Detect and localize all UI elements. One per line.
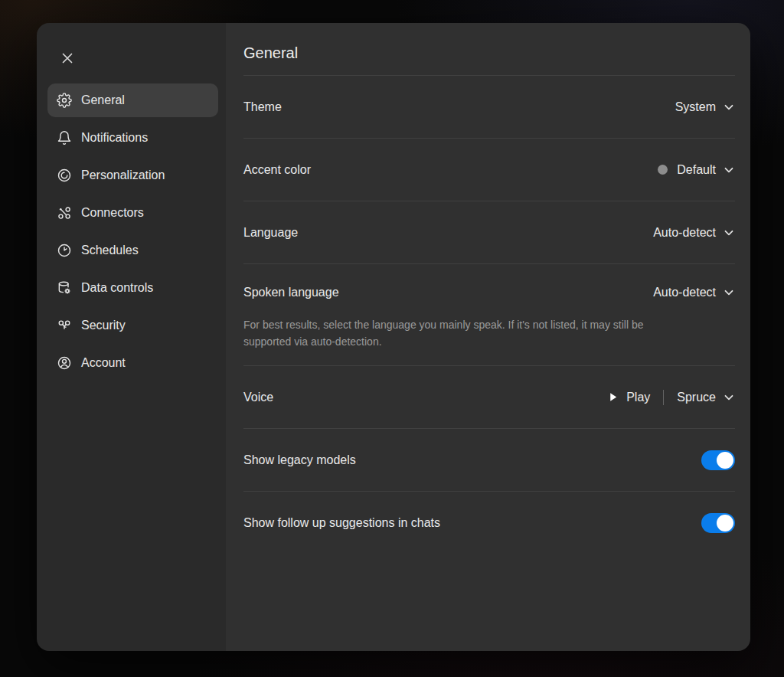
sidebar-nav: General Notifications Personalization Co… xyxy=(47,83,218,380)
close-button[interactable] xyxy=(54,44,81,72)
settings-sidebar: General Notifications Personalization Co… xyxy=(37,23,226,651)
legacy-models-row: Show legacy models xyxy=(243,429,735,492)
sidebar-item-label: Notifications xyxy=(81,131,148,145)
sidebar-item-schedules[interactable]: Schedules xyxy=(47,234,218,267)
vertical-divider xyxy=(663,390,664,405)
gear-icon xyxy=(57,93,72,108)
language-select[interactable]: Auto-detect xyxy=(653,226,735,240)
spoken-language-value: Auto-detect xyxy=(653,286,716,299)
follow-up-suggestions-row: Show follow up suggestions in chats xyxy=(243,492,735,554)
legacy-models-label: Show legacy models xyxy=(243,453,356,467)
sidebar-item-label: Schedules xyxy=(81,244,139,257)
toggle-knob xyxy=(717,452,733,469)
accent-color-value: Default xyxy=(677,163,716,177)
play-label: Play xyxy=(626,391,650,404)
sidebar-item-personalization[interactable]: Personalization xyxy=(47,159,218,192)
close-icon xyxy=(60,51,75,66)
legacy-models-toggle[interactable] xyxy=(701,450,735,470)
sidebar-item-notifications[interactable]: Notifications xyxy=(47,121,218,155)
accent-color-swatch xyxy=(658,165,668,175)
voice-select[interactable]: Spruce xyxy=(677,391,735,404)
sidebar-item-label: Security xyxy=(81,319,126,332)
follow-up-suggestions-toggle[interactable] xyxy=(701,513,735,533)
voice-value: Spruce xyxy=(677,391,716,404)
sidebar-item-connectors[interactable]: Connectors xyxy=(47,196,218,230)
chevron-down-icon xyxy=(723,164,735,176)
chevron-down-icon xyxy=(723,286,735,299)
chevron-down-icon xyxy=(723,101,735,113)
language-row: Language Auto-detect xyxy=(243,201,735,264)
dial-icon xyxy=(57,168,72,183)
theme-select[interactable]: System xyxy=(675,100,735,114)
accent-color-row: Accent color Default xyxy=(243,139,735,201)
sidebar-item-general[interactable]: General xyxy=(47,83,218,117)
sidebar-item-data-controls[interactable]: Data controls xyxy=(47,271,218,305)
voice-control: Play Spruce xyxy=(607,390,735,405)
sidebar-item-label: Account xyxy=(81,356,126,370)
language-label: Language xyxy=(243,226,298,240)
page-title: General xyxy=(243,42,735,64)
chevron-down-icon xyxy=(723,227,735,239)
settings-dialog: General Notifications Personalization Co… xyxy=(37,23,750,651)
clock-icon xyxy=(57,243,72,258)
keys-icon xyxy=(57,318,72,333)
spoken-language-group: Spoken language Auto-detect For best res… xyxy=(243,264,735,366)
user-circle-icon xyxy=(57,355,72,371)
play-voice-button[interactable]: Play xyxy=(607,391,650,404)
database-gear-icon xyxy=(57,280,72,296)
language-value: Auto-detect xyxy=(653,226,716,240)
voice-label: Voice xyxy=(243,391,273,404)
spoken-language-select[interactable]: Auto-detect xyxy=(653,286,735,299)
sidebar-item-label: Connectors xyxy=(81,206,144,220)
sidebar-item-label: General xyxy=(81,93,125,107)
theme-label: Theme xyxy=(243,100,282,114)
accent-color-label: Accent color xyxy=(243,163,311,177)
sidebar-item-account[interactable]: Account xyxy=(47,346,218,380)
voice-row: Voice Play Spruce xyxy=(243,366,735,429)
sidebar-item-security[interactable]: Security xyxy=(47,309,218,342)
sidebar-item-label: Personalization xyxy=(81,168,165,182)
sidebar-item-label: Data controls xyxy=(81,281,153,295)
theme-value: System xyxy=(675,100,716,114)
chevron-down-icon xyxy=(723,391,735,404)
theme-row: Theme System xyxy=(243,76,735,139)
play-icon xyxy=(607,391,619,403)
follow-up-suggestions-label: Show follow up suggestions in chats xyxy=(243,516,440,530)
settings-main-panel: General Theme System Accent color Defaul… xyxy=(226,23,750,651)
spoken-language-description: For best results, select the language yo… xyxy=(243,316,676,350)
toggle-knob xyxy=(717,515,733,531)
spoken-language-label: Spoken language xyxy=(243,286,339,299)
bell-icon xyxy=(57,130,72,146)
accent-color-select[interactable]: Default xyxy=(658,163,735,177)
spoken-language-row: Spoken language Auto-detect xyxy=(243,264,735,315)
nodes-icon xyxy=(57,205,72,221)
